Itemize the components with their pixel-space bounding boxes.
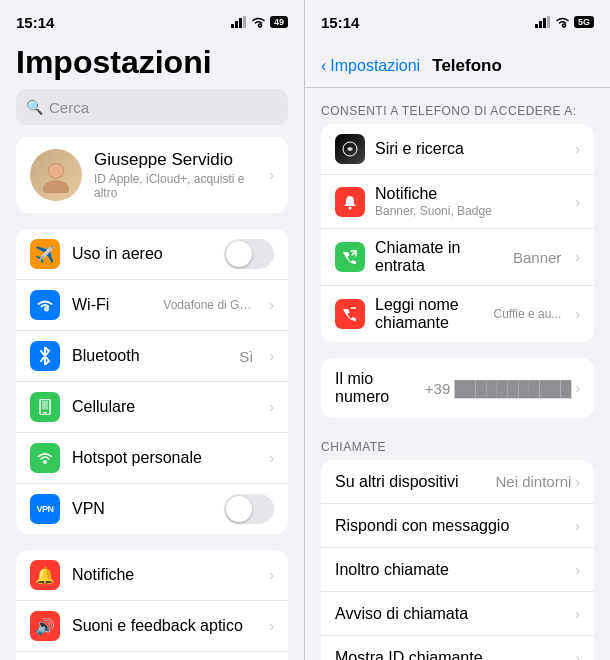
notifiche-right-sub: Banner, Suoni, Badge: [375, 204, 565, 218]
siri-title: Siri e ricerca: [375, 140, 565, 158]
nav-bar: ‹ Impostazioni Telefono: [305, 44, 610, 88]
leggi-title: Leggi nome chiamante: [375, 296, 484, 332]
bluetooth-chevron: ›: [269, 348, 274, 364]
right-panel: 15:14 5G ‹ Impostazioni Telefono: [305, 0, 610, 660]
search-icon: 🔍: [26, 99, 43, 115]
signal-icon: [231, 16, 247, 28]
profile-sub: ID Apple, iCloud+, acquisti e altro: [94, 172, 257, 200]
row-siri[interactable]: Siri e ricerca ›: [321, 124, 594, 175]
inoltro-chevron: ›: [575, 562, 580, 578]
suoni-icon: 🔊: [30, 611, 60, 641]
row-notifiche[interactable]: 🔔 Notifiche ›: [16, 550, 288, 601]
inoltro-label: Inoltro chiamate: [335, 561, 575, 579]
altri-chevron: ›: [575, 474, 580, 490]
status-bar-left: 15:14 49: [0, 0, 304, 44]
siri-content: Siri e ricerca: [375, 140, 565, 158]
leggi-chevron: ›: [575, 306, 580, 322]
profile-chevron: ›: [269, 167, 274, 183]
avatar: [30, 149, 82, 201]
settings-group-2: 🔔 Notifiche › 🔊 Suoni e feedback aptico …: [16, 550, 288, 660]
chevron-left-icon: ‹: [321, 57, 326, 75]
search-placeholder: Cerca: [49, 99, 89, 116]
row-vpn[interactable]: VPN VPN: [16, 484, 288, 534]
wifi-icon: [30, 290, 60, 320]
row-chiamate-in[interactable]: Chiamate in entrata Banner ›: [321, 229, 594, 286]
rispondi-label: Rispondi con messaggio: [335, 517, 575, 535]
bluetooth-value: Sì: [239, 348, 253, 365]
row-suoni[interactable]: 🔊 Suoni e feedback aptico ›: [16, 601, 288, 652]
svg-rect-2: [239, 18, 242, 28]
notifiche-right-content: Notifiche Banner, Suoni, Badge: [375, 185, 565, 218]
svg-rect-12: [539, 21, 542, 28]
il-mio-chevron: ›: [575, 380, 580, 396]
hotspot-icon: [30, 443, 60, 473]
mostra-label: Mostra ID chiamante: [335, 649, 575, 660]
chiamate-in-content: Chiamate in entrata: [375, 239, 503, 275]
il-mio-numero-label: Il mio numero: [335, 370, 425, 406]
time-right: 15:14: [321, 14, 359, 31]
svg-rect-13: [543, 18, 546, 28]
notifiche-icon: 🔔: [30, 560, 60, 590]
back-button[interactable]: ‹ Impostazioni: [321, 57, 420, 75]
hotspot-chevron: ›: [269, 450, 274, 466]
row-aereo[interactable]: ✈️ Uso in aereo: [16, 229, 288, 280]
row-inoltro[interactable]: Inoltro chiamate ›: [321, 548, 594, 592]
status-bar-right: 15:14 5G: [305, 0, 610, 44]
chiamate-in-icon: [335, 242, 365, 272]
vpn-icon: VPN: [30, 494, 60, 524]
suoni-chevron: ›: [269, 618, 274, 634]
cellulare-icon: [30, 392, 60, 422]
svg-rect-8: [43, 412, 47, 414]
svg-point-16: [349, 206, 352, 209]
row-leggi[interactable]: Leggi nome chiamante Cuffie e au... ›: [321, 286, 594, 342]
row-mostra[interactable]: Mostra ID chiamante ›: [321, 636, 594, 660]
row-cellulare[interactable]: Cellulare ›: [16, 382, 288, 433]
left-panel: 15:14 49 Impostazioni 🔍 Cerca: [0, 0, 305, 660]
row-wifi[interactable]: Wi-Fi Vodafone di Giuseppe e Sara ›: [16, 280, 288, 331]
settings-group-1: ✈️ Uso in aereo Wi-Fi Vodafone di Giusep…: [16, 229, 288, 534]
chiamate-group: Su altri dispositivi Nei dintorni › Risp…: [321, 460, 594, 660]
svg-rect-3: [243, 16, 246, 28]
notifiche-chevron: ›: [269, 567, 274, 583]
vpn-toggle[interactable]: [224, 494, 274, 524]
altri-value: Nei dintorni: [495, 473, 571, 490]
svg-point-10: [43, 460, 47, 464]
row-hotspot[interactable]: Hotspot personale ›: [16, 433, 288, 484]
row-rispondi[interactable]: Rispondi con messaggio ›: [321, 504, 594, 548]
row-bluetooth[interactable]: Bluetooth Sì ›: [16, 331, 288, 382]
altri-label: Su altri dispositivi: [335, 473, 495, 491]
avviso-chevron: ›: [575, 606, 580, 622]
siri-chevron: ›: [575, 141, 580, 157]
signal-icon-right: [535, 16, 551, 28]
aereo-icon: ✈️: [30, 239, 60, 269]
aereo-label: Uso in aereo: [72, 245, 212, 263]
il-mio-numero-row[interactable]: Il mio numero +39 ███████████ ›: [321, 358, 594, 418]
cellulare-chevron: ›: [269, 399, 274, 415]
wifi-chevron: ›: [269, 297, 274, 313]
row-immersione[interactable]: 🌙 Full immersion ›: [16, 652, 288, 660]
row-notifiche-right[interactable]: Notifiche Banner, Suoni, Badge ›: [321, 175, 594, 229]
suoni-label: Suoni e feedback aptico: [72, 617, 257, 635]
svg-rect-0: [231, 24, 234, 28]
row-altri-dispositivi[interactable]: Su altri dispositivi Nei dintorni ›: [321, 460, 594, 504]
leggi-icon: [335, 299, 365, 329]
bluetooth-icon: [30, 341, 60, 371]
page-title-left: Impostazioni: [0, 44, 304, 89]
bluetooth-label: Bluetooth: [72, 347, 227, 365]
svg-rect-1: [235, 21, 238, 28]
aereo-toggle[interactable]: [224, 239, 274, 269]
leggi-content: Leggi nome chiamante: [375, 296, 484, 332]
vpn-label: VPN: [72, 500, 212, 518]
wifi-icon-right: [555, 16, 570, 28]
mostra-chevron: ›: [575, 650, 580, 660]
chiamate-in-title: Chiamate in entrata: [375, 239, 503, 275]
svg-rect-9: [42, 401, 48, 410]
row-avviso[interactable]: Avviso di chiamata ›: [321, 592, 594, 636]
profile-card[interactable]: Giuseppe Servidio ID Apple, iCloud+, acq…: [16, 137, 288, 213]
search-bar[interactable]: 🔍 Cerca: [16, 89, 288, 125]
wifi-value: Vodafone di Giuseppe e Sara: [163, 298, 253, 312]
chiamate-in-chevron: ›: [575, 249, 580, 265]
status-icons-right: 5G: [535, 16, 594, 28]
wifi-icon-left: [251, 16, 266, 28]
time-left: 15:14: [16, 14, 54, 31]
